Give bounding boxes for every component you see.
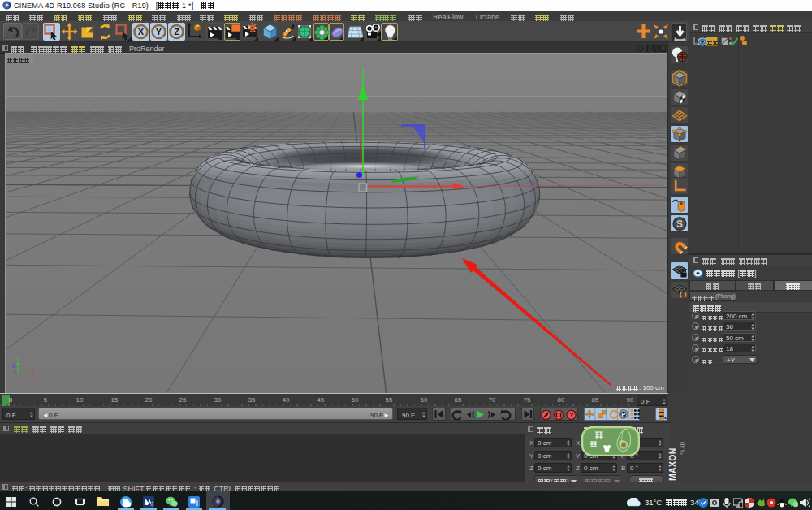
- svg-text:*4.4D: *4.4D: [680, 441, 685, 455]
- svg-text:X: X: [31, 371, 35, 377]
- svg-text:S: S: [676, 218, 683, 230]
- svg-text:Y: Y: [156, 27, 162, 37]
- svg-text:X: X: [138, 27, 145, 37]
- svg-text:?: ?: [569, 411, 573, 419]
- svg-text:P: P: [621, 411, 625, 418]
- svg-text:Y: Y: [16, 356, 20, 361]
- svg-text:Z: Z: [174, 27, 179, 37]
- svg-text:MAXON: MAXON: [667, 447, 677, 481]
- svg-text:Z: Z: [12, 363, 16, 369]
